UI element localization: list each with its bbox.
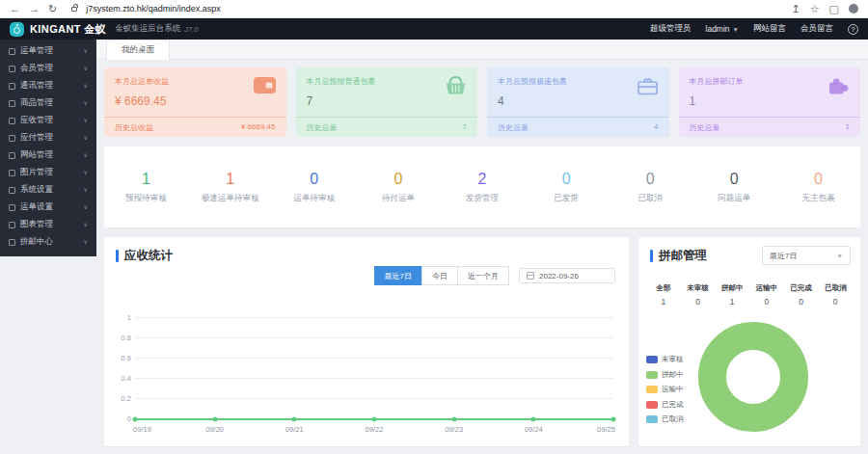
- quick-stat[interactable]: 0运单待审核: [272, 171, 356, 204]
- title-accent-bar: [650, 250, 653, 262]
- sidebar-item-goods-mgmt[interactable]: 商品管理∨: [0, 94, 96, 112]
- wallet-icon: [253, 75, 277, 99]
- quick-stat-value: 2: [440, 171, 524, 188]
- tab-my-desktop[interactable]: 我的桌面: [106, 40, 170, 60]
- tab-switcher-icon[interactable]: ▢: [829, 4, 839, 14]
- date-value: 2022-09-26: [539, 272, 579, 280]
- chevron-down-icon: ∨: [83, 238, 88, 246]
- sidebar-item-member-mgmt[interactable]: 会员管理∨: [0, 60, 96, 77]
- sidebar-item-comm-mgmt[interactable]: 通讯管理∨: [0, 77, 96, 94]
- sidebar-item-waybill-settings[interactable]: 运单设置∨: [0, 199, 96, 216]
- quick-stat[interactable]: 0待付运单: [356, 171, 440, 204]
- quick-stat-label: 无主包裹: [776, 193, 860, 204]
- mail-range-select[interactable]: 最近7日 ▼: [762, 246, 851, 265]
- sidebar-item-payable-mgmt[interactable]: 应付管理∨: [0, 129, 96, 147]
- quick-stats-panel: 1预报待审核1极速运单待审核0运单待审核0待付运单2发货管理0已发货0已取消0问…: [104, 147, 860, 227]
- legend-item[interactable]: 运输中: [646, 385, 684, 394]
- chart-gridline: [135, 358, 613, 359]
- quick-stat-value: 0: [356, 171, 440, 188]
- quick-stat-label: 已取消: [609, 193, 692, 204]
- legend-item[interactable]: 未审核: [646, 355, 684, 364]
- mail-stat[interactable]: 全部1: [646, 283, 681, 307]
- card-footer-label: 历史总收益: [115, 122, 153, 133]
- mail-title: 拼邮管理: [659, 248, 707, 264]
- card-footer-value: ¥ 6669.45: [241, 122, 276, 133]
- sidebar-item-system-settings[interactable]: 系统设置∨: [0, 181, 96, 199]
- mail-stat[interactable]: 已取消0: [818, 283, 853, 307]
- username: ladmin: [706, 24, 730, 34]
- quick-stat[interactable]: 2发货管理: [440, 171, 524, 204]
- receivable-title: 应收统计: [124, 248, 173, 264]
- summary-card-express-parcels[interactable]: 本月总预报极速包裹4历史总量4: [487, 67, 669, 137]
- chevron-down-icon: ▼: [837, 253, 843, 259]
- quick-stat[interactable]: 0问题运单: [692, 171, 776, 204]
- back-icon[interactable]: ←: [10, 4, 20, 14]
- quick-stat-label: 发货管理: [440, 193, 524, 204]
- mail-stat-value: 0: [784, 297, 819, 307]
- x-axis-label: 09/19: [133, 425, 151, 434]
- quick-stat[interactable]: 0无主包裹: [776, 171, 860, 204]
- mail-stat[interactable]: 运输中0: [749, 283, 784, 307]
- range-button[interactable]: 近一个月: [457, 266, 509, 285]
- quick-stat-label: 运单待审核: [272, 193, 356, 204]
- quick-stat[interactable]: 0已取消: [609, 171, 692, 204]
- share-icon[interactable]: ↥: [792, 4, 800, 14]
- title-accent-bar: [116, 250, 119, 262]
- address-bar[interactable]: j7system.zto.hk/qadmin/index.aspx: [86, 4, 221, 13]
- legend-item[interactable]: 拼邮中: [646, 370, 684, 380]
- range-button[interactable]: 最近7日: [374, 266, 422, 285]
- forward-icon[interactable]: →: [29, 4, 40, 14]
- legend-item[interactable]: 已完成: [646, 400, 684, 410]
- x-axis-label: 09/25: [597, 425, 615, 434]
- browser-profile-avatar[interactable]: [849, 4, 858, 13]
- card-footer: 历史总收益¥ 6669.45: [104, 117, 286, 137]
- legend-label: 运输中: [662, 385, 684, 394]
- sidebar-item-mail-center[interactable]: 拼邮中心∨: [0, 233, 96, 251]
- quick-stat-value: 0: [776, 171, 860, 188]
- mail-icon: [9, 239, 15, 246]
- range-button[interactable]: 今日: [421, 266, 458, 285]
- sidebar-item-label: 应付管理: [20, 132, 53, 144]
- card-footer-label: 历史总量: [690, 122, 720, 133]
- quick-stat[interactable]: 0已发货: [525, 171, 609, 204]
- mail-stat[interactable]: 未审核0: [681, 283, 716, 307]
- sidebar-item-image-mgmt[interactable]: 图片管理∨: [0, 164, 96, 181]
- mail-stat-label: 已完成: [784, 283, 819, 293]
- sidebar-item-receivable-mgmt[interactable]: 应收管理∨: [0, 112, 96, 129]
- tab-bar: 我的桌面: [96, 40, 868, 60]
- sidebar-item-label: 通讯管理: [20, 80, 53, 92]
- app-header: KINGANT 金蚁 金蚁集运后台系统 J7.0 超级管理员 ladmin ▼ …: [0, 18, 868, 40]
- summary-card-mail-orders[interactable]: 本月总拼邮订单1历史总量1: [679, 67, 861, 137]
- member-messages-link[interactable]: 会员留言: [800, 23, 833, 35]
- x-axis-label: 09/20: [205, 425, 224, 434]
- mail-stat-label: 全部: [646, 283, 681, 293]
- summary-card-normal-parcels[interactable]: 本月总预报普通包裹7历史总量7: [296, 67, 478, 137]
- content: 本月总运单收益¥ 6669.45历史总收益¥ 6669.45本月总预报普通包裹7…: [96, 60, 868, 454]
- quick-stat-label: 待付运单: [356, 193, 440, 204]
- summary-card-waybill-income[interactable]: 本月总运单收益¥ 6669.45历史总收益¥ 6669.45: [104, 67, 286, 137]
- mail-stat[interactable]: 拼邮中1: [715, 283, 749, 307]
- sidebar-item-chart-mgmt[interactable]: 图表管理∨: [0, 216, 96, 233]
- quick-stat[interactable]: 1极速运单待审核: [188, 171, 272, 204]
- legend-item[interactable]: 已取消: [646, 414, 684, 424]
- chevron-down-icon: ∨: [83, 169, 88, 176]
- chevron-down-icon: ∨: [83, 82, 88, 90]
- chart-icon: [9, 222, 15, 228]
- site-messages-link[interactable]: 网站留言: [753, 23, 786, 35]
- quick-stat[interactable]: 1预报待审核: [104, 171, 188, 204]
- kingant-logo-icon: [10, 22, 24, 37]
- sidebar-item-waybill-mgmt[interactable]: 运单管理∨: [0, 42, 96, 60]
- mail-stat[interactable]: 已完成0: [784, 283, 819, 307]
- quick-stat-value: 1: [104, 171, 188, 188]
- sidebar-item-label: 商品管理: [20, 97, 53, 109]
- date-picker[interactable]: 2022-09-26: [519, 268, 615, 283]
- card-footer-label: 历史总量: [498, 122, 529, 133]
- sidebar-item-label: 图片管理: [20, 167, 53, 178]
- quick-stat-value: 0: [525, 171, 609, 188]
- mail-panel: 拼邮管理 最近7日 ▼ 全部1未审核0拼邮中1运输中0已完成0已取消0 未审核拼…: [638, 237, 860, 446]
- refresh-icon[interactable]: ↻: [48, 4, 57, 14]
- user-menu[interactable]: ladmin ▼: [706, 24, 739, 34]
- sidebar-item-website-mgmt[interactable]: 网站管理∨: [0, 147, 96, 164]
- bookmark-star-icon[interactable]: ☆: [810, 4, 820, 14]
- help-icon[interactable]: ?: [848, 24, 858, 35]
